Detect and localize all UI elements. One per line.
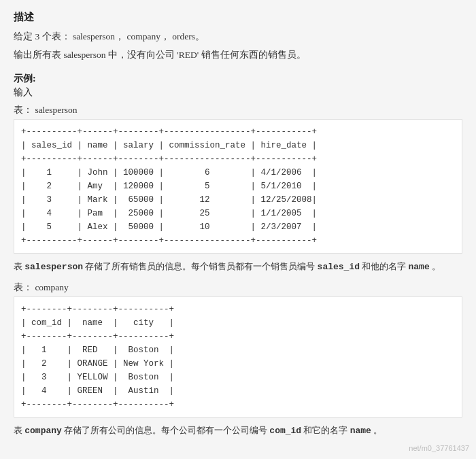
table2-label: 表： company (14, 282, 462, 294)
table1-code: +----------+------+--------+------------… (14, 119, 462, 254)
table1-note-name: name (409, 262, 430, 272)
table2-code: +--------+--------+----------+ | com_id … (14, 296, 462, 418)
watermark: net/m0_37761437 (409, 444, 469, 452)
table2-note-name: name (350, 426, 371, 436)
table2-note-company: company (24, 426, 62, 436)
desc-line-2: 输出所有表 salesperson 中，没有向公司 'RED' 销售任何东西的销… (14, 48, 462, 63)
table1-label: 表： salesperson (14, 104, 462, 116)
desc-line-1: 给定 3 个表： salesperson， company， orders。 (14, 29, 462, 45)
example-label: 示例: (14, 73, 462, 85)
description-block: 给定 3 个表： salesperson， company， orders。 输… (14, 29, 462, 63)
section-title: 描述 (14, 11, 462, 24)
table2-note: 表 company 存储了所有公司的信息。每个公司都有一个公司编号 com_id… (14, 423, 462, 439)
table1-note-salesperson: salesperson (24, 262, 83, 272)
table1-note-salesid: sales_id (318, 262, 360, 272)
table2-note-comid: com_id (269, 426, 301, 436)
input-label: 输入 (14, 86, 462, 99)
table1-note: 表 salesperson 存储了所有销售员的信息。每个销售员都有一个销售员编号… (14, 259, 462, 275)
